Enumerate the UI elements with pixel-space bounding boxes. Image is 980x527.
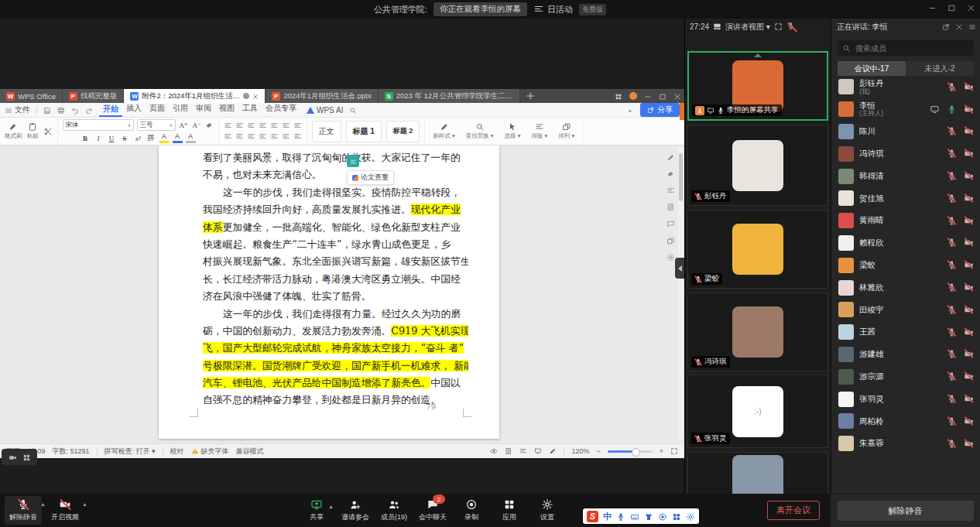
panel-collapse-handle[interactable] bbox=[675, 258, 684, 279]
wps-close-button[interactable] bbox=[673, 91, 681, 100]
sidebar-tool-lines[interactable] bbox=[666, 185, 675, 195]
ime-keyboard-button[interactable] bbox=[630, 511, 639, 521]
zoom-slider-knob[interactable] bbox=[632, 448, 640, 457]
apps-icon[interactable] bbox=[615, 91, 622, 100]
participant-row[interactable]: 周柏柃 bbox=[831, 410, 980, 433]
participant-row[interactable]: 林雅欣 bbox=[831, 276, 980, 299]
input-method-bar[interactable]: S中 bbox=[583, 508, 699, 524]
participant-row[interactable]: 梁蛟 bbox=[831, 254, 980, 276]
font-color-button[interactable]: A bbox=[173, 133, 183, 143]
shading-button[interactable]: A bbox=[186, 133, 196, 143]
paragraph-tool-icon[interactable] bbox=[235, 121, 244, 130]
sidebar-tool-layers[interactable] bbox=[666, 235, 675, 245]
查找替换-dropdown[interactable]: 查找替换 ▾ bbox=[463, 122, 497, 140]
redo-icon[interactable] bbox=[85, 105, 93, 114]
format-painter-button[interactable]: 格式刷 bbox=[5, 122, 22, 140]
ime-shirt-button[interactable] bbox=[644, 511, 653, 521]
paragraph-tool-icon[interactable] bbox=[282, 121, 290, 130]
zoom-out-button[interactable]: − bbox=[596, 447, 600, 455]
排列-dropdown[interactable]: 排列 ▾ bbox=[555, 122, 577, 140]
video-tile[interactable]: 彭钰丹 bbox=[687, 125, 828, 206]
leave-meeting-button[interactable]: 离开会议 bbox=[767, 501, 820, 520]
participant-row[interactable]: 贺佳旭 bbox=[831, 187, 980, 210]
video-tile[interactable]: 梁蛟 bbox=[687, 210, 828, 289]
document-scrollbar[interactable] bbox=[678, 147, 684, 440]
audio-muted-icon[interactable] bbox=[786, 22, 797, 33]
close-panel-icon[interactable] bbox=[955, 22, 963, 31]
close-button[interactable] bbox=[967, 2, 975, 12]
panel-tab[interactable]: 会议中-17 bbox=[838, 61, 906, 76]
font-style-button[interactable]: U bbox=[107, 135, 117, 142]
edit-mode-icon[interactable] bbox=[549, 447, 557, 456]
video-tile[interactable]: 李恒的屏幕共享 bbox=[687, 51, 828, 121]
sogou-logo[interactable]: S bbox=[587, 511, 598, 522]
clear-format-button[interactable] bbox=[205, 121, 214, 129]
increase-font-button[interactable]: A⁺ bbox=[179, 121, 189, 129]
paragraph-tool-icon[interactable] bbox=[224, 121, 232, 130]
paragraph-tool-icon[interactable] bbox=[282, 132, 290, 141]
成员(19)-button[interactable]: 成员(19) bbox=[381, 498, 407, 522]
activity-menu[interactable]: 日活动 bbox=[533, 4, 573, 15]
participant-row[interactable]: 王茜 bbox=[831, 321, 980, 344]
missing-font-warning[interactable]: 缺失字体 bbox=[191, 447, 229, 457]
close-tab-icon[interactable] bbox=[252, 92, 259, 101]
undo-icon[interactable] bbox=[71, 105, 79, 114]
search-icon[interactable] bbox=[349, 105, 357, 114]
highlight-color-button[interactable]: A bbox=[159, 133, 170, 143]
style-preset-1[interactable]: 正文 bbox=[312, 121, 341, 142]
sidebar-tool-pen[interactable] bbox=[666, 152, 675, 162]
video-tile[interactable]: 冯诗琪 bbox=[687, 293, 828, 371]
page-view-icon[interactable] bbox=[505, 447, 512, 456]
participant-row[interactable]: 游建雄 bbox=[831, 344, 980, 366]
menu-tab-会员专享[interactable]: 会员专享 bbox=[262, 103, 300, 117]
wps-ai-button[interactable]: WPS AI bbox=[307, 106, 343, 115]
share-document-button[interactable]: 分享 bbox=[640, 103, 680, 117]
participant-row[interactable]: 冯诗琪 bbox=[831, 142, 980, 165]
file-menu[interactable]: 文件 bbox=[5, 104, 30, 115]
video-tile[interactable]: :-)张羽灵 bbox=[687, 375, 828, 448]
邀请参会-button[interactable]: 邀请参会 bbox=[341, 498, 369, 522]
排版-dropdown[interactable]: 排版 ▾ bbox=[528, 122, 550, 140]
cut-button[interactable] bbox=[43, 127, 53, 136]
menu-tab-审阅[interactable]: 审阅 bbox=[192, 103, 215, 117]
caret-up-icon[interactable]: ▲ bbox=[328, 504, 334, 509]
participant-row[interactable]: 韩得清 bbox=[831, 165, 980, 187]
wps-minimize-button[interactable] bbox=[644, 91, 652, 100]
font-style-button[interactable]: B bbox=[81, 135, 91, 142]
save-icon[interactable] bbox=[43, 105, 51, 114]
proofread-button[interactable]: 校对 bbox=[170, 447, 184, 457]
plagiarism-check-button[interactable]: 论文查重 bbox=[347, 170, 394, 185]
font-style-button[interactable]: S bbox=[120, 135, 130, 142]
wps-document-tab[interactable]: S2023 年 12月公共管理学院学生二… bbox=[379, 89, 520, 103]
font-size-select[interactable]: 三号▾ bbox=[137, 119, 176, 131]
participant-row[interactable]: 黄雨晴 bbox=[831, 210, 980, 232]
ime-gear-button[interactable] bbox=[686, 511, 695, 521]
search-input[interactable] bbox=[854, 43, 958, 53]
decrease-font-button[interactable]: A⁻ bbox=[192, 121, 202, 129]
video-tile[interactable] bbox=[687, 452, 828, 494]
paragraph-tool-icon[interactable] bbox=[293, 132, 302, 141]
paragraph-tool-icon[interactable] bbox=[293, 121, 302, 130]
共享-button[interactable]: 共享▲ bbox=[303, 498, 330, 522]
language-mode[interactable]: 中 bbox=[603, 511, 612, 522]
plagiarism-check-widget[interactable]: 论文查重 bbox=[347, 155, 394, 185]
panel-tab[interactable]: 未进入-2 bbox=[906, 61, 974, 76]
participant-row[interactable]: 张羽灵 bbox=[831, 388, 980, 410]
scroll-up-indicator[interactable] bbox=[754, 53, 762, 57]
sidebar-tool-gear[interactable] bbox=[666, 252, 675, 262]
view-mode-select[interactable]: 演讲者视图 ▾ bbox=[725, 22, 770, 33]
paragraph-tool-icon[interactable] bbox=[270, 132, 279, 141]
participant-row[interactable]: 朱嘉蓉 bbox=[831, 433, 980, 455]
menu-tab-引用[interactable]: 引用 bbox=[169, 103, 192, 117]
ime-record-button[interactable] bbox=[658, 511, 667, 521]
paragraph-tool-icon[interactable] bbox=[270, 121, 279, 130]
zoom-level[interactable]: 120% bbox=[571, 447, 589, 455]
设置-button[interactable]: 设置 bbox=[534, 498, 560, 522]
web-view-icon[interactable] bbox=[534, 447, 542, 456]
collapse-ribbon-icon[interactable] bbox=[626, 105, 634, 114]
participant-row[interactable]: 赖程欣 bbox=[831, 232, 980, 255]
录制-button[interactable]: 录制 bbox=[458, 498, 485, 522]
scrollbar-thumb[interactable] bbox=[679, 153, 683, 201]
ime-mic-button[interactable] bbox=[616, 511, 625, 521]
word-count[interactable]: 字数: 51291 bbox=[53, 447, 90, 457]
